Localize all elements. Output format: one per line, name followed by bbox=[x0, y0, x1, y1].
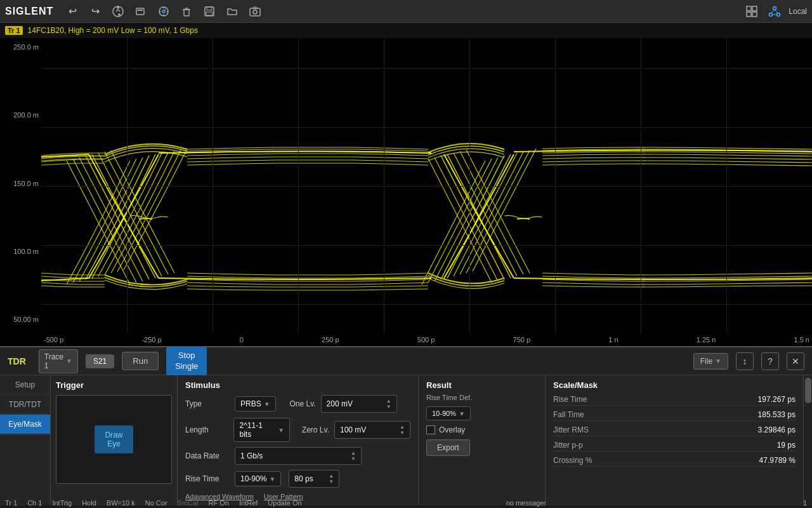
y-axis: 250.0 m200.0 m150.0 m100.0 m50.00 m bbox=[0, 38, 41, 333]
left-sidebar: Setup TDR/TDT Eye/Mask bbox=[0, 375, 51, 505]
delete-button[interactable] bbox=[178, 3, 195, 20]
one-lv-value[interactable]: 200 mV ▲▼ bbox=[321, 395, 397, 413]
s21-label: S21 bbox=[86, 354, 114, 368]
svg-line-8 bbox=[164, 9, 166, 10]
metric-row: Crossing %47.9789 % bbox=[553, 455, 796, 467]
stop-single-button[interactable]: StopSingle bbox=[166, 347, 207, 376]
save-button[interactable] bbox=[200, 3, 218, 20]
status-ch1: Ch 1 bbox=[27, 499, 42, 507]
trigger-section: Trigger DrawEye bbox=[51, 375, 178, 505]
grid-v-6 bbox=[555, 38, 556, 333]
x-axis-label: -500 p bbox=[44, 336, 63, 344]
trace-badge: Tr 1 bbox=[5, 26, 23, 35]
type-select[interactable]: PRBS ▼ bbox=[235, 396, 276, 411]
metric-name: Jitter RMS bbox=[553, 425, 617, 434]
risetime-ps-value[interactable]: 80 ps ▲▼ bbox=[289, 470, 339, 488]
datarate-value[interactable]: 1 Gb/s ▲▼ bbox=[235, 447, 362, 465]
length-select[interactable]: 2^11-1 bits ▼ bbox=[233, 418, 290, 442]
grid-view-button[interactable] bbox=[743, 3, 761, 20]
open-button[interactable] bbox=[223, 3, 241, 20]
x-axis-label: 0 bbox=[240, 336, 244, 344]
status-intref: IntRef bbox=[239, 499, 258, 507]
risetime-select[interactable]: 10-90% ▼ bbox=[235, 471, 281, 486]
risetime-def-label: Rise Time Def. bbox=[426, 394, 472, 401]
status-srccal: SrcCal bbox=[178, 499, 199, 507]
type-row: Type PRBS ▼ One Lv. 200 mV ▲▼ bbox=[185, 395, 410, 413]
status-rfon: RF On bbox=[209, 499, 229, 507]
help-button[interactable]: ? bbox=[761, 352, 779, 370]
trace-selector[interactable]: Trace1 ▼ bbox=[39, 349, 78, 373]
trigger-box: DrawEye bbox=[56, 395, 172, 484]
grid-h-3 bbox=[41, 186, 812, 187]
network-button[interactable] bbox=[766, 3, 783, 20]
datarate-row: Data Rate 1 Gb/s ▲▼ bbox=[185, 447, 410, 465]
control-panel: TDR Trace1 ▼ S21 Run StopSingle File ▼ ↕… bbox=[0, 346, 812, 496]
svg-rect-15 bbox=[250, 8, 260, 16]
result-section: Result Rise Time Def. 10-90% ▼ Overlay E… bbox=[419, 375, 546, 505]
svg-point-24 bbox=[777, 13, 780, 16]
status-updateon: Update On bbox=[268, 499, 301, 507]
draw-eye-button[interactable]: DrawEye bbox=[95, 425, 133, 453]
trace-info-bar: Tr 1 14FC1B20, High = 200 mV Low = 100 m… bbox=[0, 23, 812, 38]
scale-mask-title: Scale/Mask bbox=[553, 380, 796, 390]
risetime-def-select[interactable]: 10-90% ▼ bbox=[426, 406, 471, 420]
waveform-area: 250.0 m200.0 m150.0 m100.0 m50.00 m bbox=[0, 38, 812, 333]
status-bw: BW=10 k bbox=[107, 499, 135, 507]
undo-button[interactable]: ↩ bbox=[63, 3, 81, 20]
calibrate-button[interactable] bbox=[155, 3, 173, 20]
y-axis-label: 250.0 m bbox=[3, 43, 39, 51]
y-axis-label: 100.0 m bbox=[3, 248, 39, 255]
screenshot-button[interactable] bbox=[246, 3, 264, 20]
x-axis-label: 500 p bbox=[417, 336, 435, 344]
grid-v-5 bbox=[469, 38, 470, 333]
right-scrollbar[interactable] bbox=[803, 375, 812, 505]
risetime-def-row: Rise Time Def. bbox=[426, 394, 537, 401]
run-button[interactable]: Run bbox=[122, 352, 159, 370]
close-panel-button[interactable]: ✕ bbox=[787, 352, 804, 370]
new-window-button[interactable] bbox=[132, 3, 150, 20]
redo-button[interactable]: ↪ bbox=[86, 3, 104, 20]
risetime-label: Rise Time bbox=[185, 474, 230, 483]
overlay-checkbox[interactable] bbox=[426, 425, 435, 434]
y-axis-label: 50.00 m bbox=[3, 316, 39, 323]
sidebar-tab-eyemask[interactable]: Eye/Mask bbox=[0, 415, 50, 434]
scale-mask-section: Scale/Mask Rise Time197.267 psFall Time1… bbox=[546, 375, 803, 505]
updown-button[interactable]: ↕ bbox=[736, 352, 754, 370]
x-axis-label: 750 p bbox=[513, 336, 531, 344]
grid-h-2 bbox=[41, 127, 812, 128]
export-button[interactable]: Export bbox=[426, 439, 470, 456]
stimulus-title: Stimulus bbox=[185, 380, 410, 390]
trace-selector-label: Trace1 bbox=[44, 352, 63, 370]
connection-status: Local bbox=[789, 7, 807, 16]
stimulus-section: Stimulus Type PRBS ▼ One Lv. 200 mV ▲▼ L… bbox=[178, 375, 419, 505]
app-logo: SIGLENT bbox=[5, 6, 53, 17]
y-axis-label: 200.0 m bbox=[3, 111, 39, 119]
zero-lv-value[interactable]: 100 mV ▲▼ bbox=[334, 421, 410, 439]
x-axis-label: -250 p bbox=[141, 336, 161, 344]
x-axis-label: 1 n bbox=[608, 336, 618, 344]
svg-point-6 bbox=[159, 7, 168, 16]
metric-value: 197.267 ps bbox=[758, 395, 796, 404]
svg-rect-20 bbox=[747, 12, 751, 17]
grid-v-8 bbox=[726, 38, 727, 333]
svg-rect-21 bbox=[752, 12, 757, 17]
grid-v-7 bbox=[641, 38, 641, 333]
sidebar-tab-tdrtdt[interactable]: TDR/TDT bbox=[0, 395, 50, 415]
length-row: Length 2^11-1 bits ▼ Zero Lv. 100 mV ▲▼ bbox=[185, 418, 410, 442]
grid-v-2 bbox=[213, 38, 213, 333]
trace-dropdown-arrow: ▼ bbox=[66, 358, 72, 364]
scrollbar-thumb[interactable] bbox=[805, 378, 811, 403]
x-axis-labels: -500 p-250 p0250 p500 p750 p1 n1.25 n1.5… bbox=[41, 336, 812, 344]
metric-name: Jitter p-p bbox=[553, 441, 617, 450]
datarate-label: Data Rate bbox=[185, 451, 230, 460]
sidebar-tab-setup[interactable]: Setup bbox=[0, 375, 50, 395]
metric-name: Fall Time bbox=[553, 410, 617, 419]
risetime-def-select-row: 10-90% ▼ bbox=[426, 406, 537, 420]
svg-point-23 bbox=[769, 13, 773, 16]
metric-row: Jitter RMS3.29846 ps bbox=[553, 424, 796, 436]
control-body: Setup TDR/TDT Eye/Mask Trigger DrawEye S… bbox=[0, 375, 812, 505]
chart-area[interactable] bbox=[41, 38, 812, 333]
trigger-title: Trigger bbox=[56, 380, 172, 390]
add-trace-button[interactable] bbox=[109, 3, 127, 20]
file-button[interactable]: File ▼ bbox=[693, 353, 728, 370]
